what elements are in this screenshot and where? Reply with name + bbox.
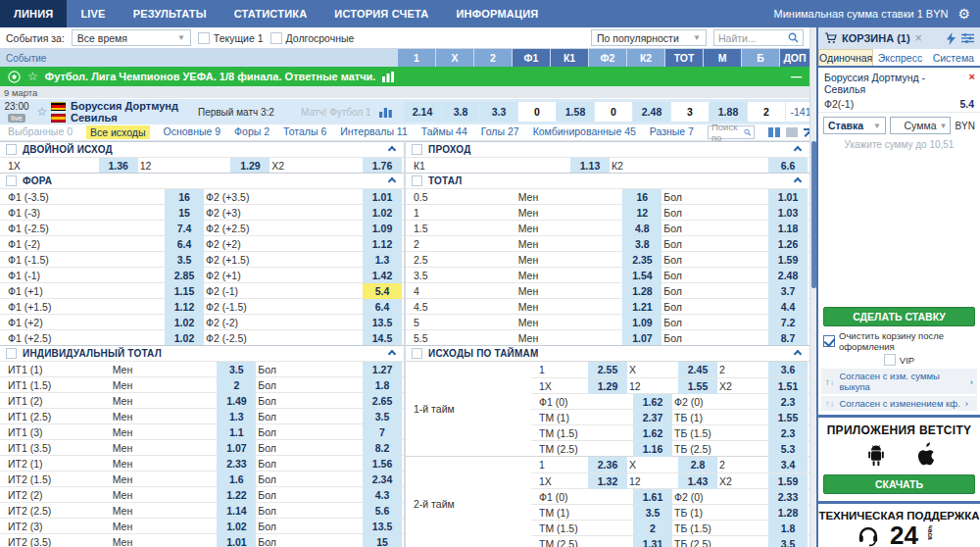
odds-param-cell[interactable]: 0 bbox=[595, 102, 632, 122]
odds-cell[interactable]: 6.4 bbox=[363, 299, 402, 315]
odds-cell[interactable]: 7.2 bbox=[768, 315, 808, 330]
league-stats-icon[interactable] bbox=[382, 72, 394, 82]
column-header-1[interactable]: 1 bbox=[398, 49, 435, 67]
odds-param-cell[interactable]: 2 bbox=[748, 102, 785, 122]
odds-cell[interactable]: 4.3 bbox=[363, 487, 402, 503]
basket-settings-icon[interactable] bbox=[961, 32, 974, 44]
longterm-checkbox[interactable] bbox=[270, 32, 282, 44]
odds-cell[interactable]: 3.5 bbox=[165, 252, 204, 268]
match-stats-icon[interactable] bbox=[379, 106, 392, 118]
column-header-ТОТ[interactable]: ТОТ bbox=[665, 49, 703, 67]
nav-tab-5[interactable]: ИСТОРИЯ СЧЕТА bbox=[320, 0, 442, 27]
odds-cell[interactable]: 7 bbox=[363, 424, 402, 440]
odds-cell[interactable]: 1.32 bbox=[588, 473, 627, 489]
collapse-section-icon[interactable] bbox=[794, 176, 802, 184]
odds-cell[interactable]: 1.6 bbox=[217, 472, 256, 487]
league-star-icon[interactable]: ☆ bbox=[27, 70, 38, 83]
odds-cell[interactable]: 1.31 bbox=[633, 536, 672, 547]
odds-cell[interactable]: 1.55 bbox=[678, 378, 717, 394]
odds-cell[interactable]: 8.2 bbox=[363, 440, 402, 456]
odds-cell[interactable]: 1.01 bbox=[363, 189, 402, 205]
market-tab[interactable]: Основные 9 bbox=[164, 125, 221, 139]
section-checkbox[interactable] bbox=[6, 348, 17, 359]
odds-cell[interactable]: 2.36 bbox=[588, 457, 627, 472]
odds-cell[interactable]: 5.4 bbox=[363, 283, 402, 299]
odds-cell[interactable]: 1.59 bbox=[768, 252, 808, 268]
search-icon[interactable] bbox=[788, 32, 799, 43]
market-search-box[interactable]: Поиск по bbox=[708, 125, 755, 139]
odds-cell[interactable]: 1.02 bbox=[217, 519, 256, 534]
odds-cell[interactable]: 13.5 bbox=[363, 315, 402, 330]
odds-cell[interactable]: 1.01 bbox=[217, 534, 256, 547]
section-header[interactable]: ИСХОДЫ ПО ТАЙМАМ bbox=[406, 345, 809, 361]
column-header-2[interactable]: 2 bbox=[474, 49, 512, 67]
collapse-section-icon[interactable] bbox=[388, 349, 396, 357]
away-team-name[interactable]: Севилья bbox=[71, 112, 118, 124]
quick-bet-lightning-icon[interactable] bbox=[947, 32, 956, 45]
collapse-section-icon[interactable] bbox=[794, 349, 802, 357]
basket-tab-1[interactable]: Одиночная bbox=[818, 49, 873, 66]
odds-cell[interactable]: 1.36 bbox=[99, 158, 138, 174]
odds-cell[interactable]: 1.03 bbox=[768, 205, 808, 221]
odds-cell[interactable]: 1.88 bbox=[710, 102, 747, 122]
odds-cell[interactable]: 1.13 bbox=[570, 158, 610, 174]
home-team-name[interactable]: Боруссия Дортмунд bbox=[71, 100, 178, 112]
odds-cell[interactable]: 1.62 bbox=[633, 394, 672, 410]
odds-cell[interactable]: 1.29 bbox=[588, 378, 627, 394]
column-header-ДОП[interactable]: ДОП bbox=[780, 49, 809, 67]
odds-cell[interactable]: 12 bbox=[622, 205, 662, 221]
vip-checkbox[interactable] bbox=[884, 354, 896, 366]
odds-cell[interactable]: 2.65 bbox=[363, 393, 402, 409]
odds-cell[interactable]: 14.5 bbox=[363, 330, 402, 346]
odds-cell[interactable]: 2.8 bbox=[678, 457, 717, 472]
basket-tab-3[interactable]: Система bbox=[927, 49, 980, 66]
clear-basket-checkbox[interactable] bbox=[823, 335, 835, 347]
odds-cell[interactable]: 1.54 bbox=[622, 268, 662, 283]
column-header-Б[interactable]: Б bbox=[742, 49, 779, 67]
market-tab[interactable]: Выбранные 0 bbox=[8, 125, 73, 139]
section-header[interactable]: ФОРА bbox=[0, 173, 404, 188]
odds-cell[interactable]: 1.09 bbox=[622, 315, 662, 330]
odds-cell[interactable]: 8.7 bbox=[768, 330, 808, 346]
odds-cell[interactable]: 2.55 bbox=[588, 362, 627, 377]
odds-cell[interactable]: 1.56 bbox=[363, 456, 402, 472]
market-tab[interactable]: Тоталы 6 bbox=[283, 125, 326, 139]
remove-bet-icon[interactable]: × bbox=[969, 71, 975, 82]
section-checkbox[interactable] bbox=[6, 144, 17, 155]
gear-icon[interactable]: ⚙ bbox=[957, 7, 970, 21]
odds-cell[interactable]: 1.3 bbox=[217, 409, 256, 424]
odds-cell[interactable]: 2.33 bbox=[217, 456, 256, 472]
market-tab[interactable]: Разные 7 bbox=[650, 125, 694, 139]
odds-cell[interactable]: 1.22 bbox=[217, 487, 256, 503]
odds-cell[interactable]: 5.6 bbox=[363, 503, 402, 519]
section-header[interactable]: ПРОХОД bbox=[406, 141, 809, 157]
odds-cell[interactable]: 2.33 bbox=[768, 489, 808, 505]
odds-cell[interactable]: 2.34 bbox=[363, 472, 402, 487]
android-icon[interactable] bbox=[864, 442, 888, 468]
odds-cell[interactable]: 1.61 bbox=[633, 489, 672, 505]
odds-cell[interactable]: 1.58 bbox=[557, 102, 594, 122]
agree-buyout-row[interactable]: ↑↓ Согласен с изм. суммы выкупа › bbox=[821, 369, 977, 394]
nav-tab-3[interactable]: РЕЗУЛЬТАТЫ bbox=[120, 0, 220, 27]
section-header[interactable]: ИНДИВИДУАЛЬНЫЙ ТОТАЛ bbox=[0, 345, 404, 361]
odds-cell[interactable]: 1.09 bbox=[363, 221, 402, 236]
odds-cell[interactable]: 1.3 bbox=[363, 252, 402, 268]
odds-cell[interactable]: 7.4 bbox=[165, 221, 204, 236]
odds-cell[interactable]: 1.43 bbox=[678, 473, 717, 489]
column-header-К1[interactable]: К1 bbox=[551, 49, 588, 67]
scrollbar-thumb[interactable] bbox=[811, 141, 816, 288]
stake-type-select[interactable]: Ставка ▼ bbox=[823, 117, 886, 134]
odds-cell[interactable]: 1.07 bbox=[217, 440, 256, 456]
market-tab[interactable]: Интервалы 11 bbox=[340, 125, 408, 139]
two-column-view-icon[interactable] bbox=[768, 127, 780, 137]
odds-cell[interactable]: 5.3 bbox=[768, 441, 808, 457]
section-checkbox[interactable] bbox=[412, 175, 422, 186]
nav-tab-6[interactable]: ИНФОРМАЦИЯ bbox=[442, 0, 552, 27]
odds-cell[interactable]: 1.12 bbox=[363, 236, 402, 252]
odds-cell[interactable]: 3.5 bbox=[633, 505, 672, 521]
odds-param-cell[interactable]: 0 bbox=[518, 102, 556, 122]
close-icon[interactable]: × bbox=[915, 31, 922, 45]
column-header-Ф1[interactable]: Ф1 bbox=[513, 49, 550, 67]
odds-cell[interactable]: 2.3 bbox=[768, 394, 808, 410]
odds-cell[interactable]: 1.55 bbox=[768, 410, 808, 425]
